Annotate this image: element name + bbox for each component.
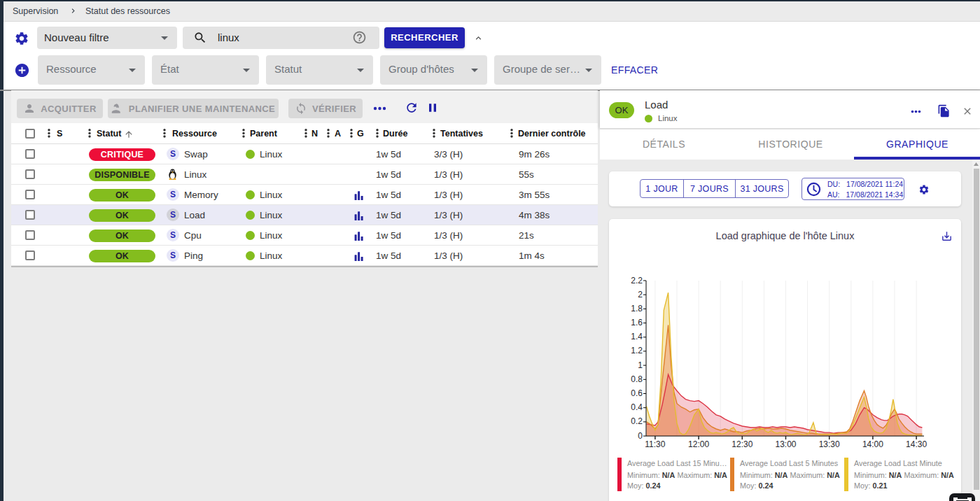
svg-text:0.4: 0.4	[631, 402, 643, 412]
svg-text:1.6: 1.6	[631, 318, 643, 327]
svg-text:1.2: 1.2	[631, 346, 643, 355]
svg-text:1.8: 1.8	[631, 304, 643, 313]
svg-text:2.2: 2.2	[631, 276, 643, 285]
svg-text:12:30: 12:30	[732, 439, 752, 449]
svg-text:12:00: 12:00	[688, 439, 709, 449]
svg-text:0.2: 0.2	[631, 416, 643, 426]
svg-text:13:30: 13:30	[819, 439, 840, 449]
svg-text:11:30: 11:30	[645, 439, 665, 449]
svg-text:0: 0	[638, 431, 643, 441]
svg-text:13:00: 13:00	[775, 439, 796, 449]
svg-text:2: 2	[638, 290, 643, 299]
svg-text:14:00: 14:00	[862, 439, 883, 449]
svg-text:1.4: 1.4	[631, 332, 643, 341]
svg-text:0.6: 0.6	[631, 388, 643, 398]
svg-text:1: 1	[638, 360, 643, 370]
svg-text:0.8: 0.8	[631, 374, 643, 384]
svg-text:14:30: 14:30	[906, 439, 927, 449]
